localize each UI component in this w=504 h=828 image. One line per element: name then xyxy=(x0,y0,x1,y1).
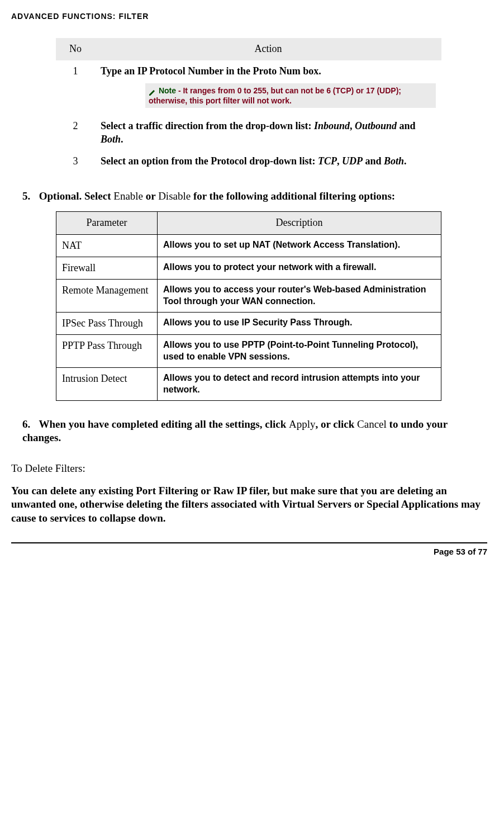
row3-em2: UDP xyxy=(342,155,363,167)
row3-tail: . xyxy=(404,155,407,167)
row3-sep2: and xyxy=(363,155,384,167)
step5-num: 5. xyxy=(22,190,36,204)
row2-em3: Both xyxy=(101,134,121,145)
page-number: Page 53 of 77 xyxy=(11,546,487,557)
param-pptp: PPTP Pass Through xyxy=(56,335,158,368)
table-row: IPSec Pass Through Allows you to use IP … xyxy=(56,312,441,334)
desc-remote: Allows you to access your router's Web-b… xyxy=(158,280,441,313)
step5-opt1: Enable xyxy=(113,190,143,202)
table-row: Remote Management Allows you to access y… xyxy=(56,280,441,313)
table-row: PPTP Pass Through Allows you to use PPTP… xyxy=(56,335,441,368)
table-header-row: No Action xyxy=(56,38,441,60)
row2-tail: . xyxy=(121,134,123,145)
row3-no: 3 xyxy=(56,150,95,172)
step-6: 6. When you have completed editing all t… xyxy=(22,418,487,445)
step5-pre: Optional. Select xyxy=(39,190,114,202)
param-remote: Remote Management xyxy=(56,280,158,313)
row1-action: Type an IP Protocol Number in the Proto … xyxy=(95,60,441,116)
page-header: ADVANCED FUNCTIONS: FILTER xyxy=(11,11,487,21)
note-body: - It ranges from 0 to 255, but can not b… xyxy=(149,86,401,105)
table-header-row: Parameter Description xyxy=(56,212,441,234)
desc-firewall: Allows you to protect your network with … xyxy=(158,257,441,279)
table-row: Firewall Allows you to protect your netw… xyxy=(56,257,441,279)
row2-no: 2 xyxy=(56,115,95,150)
desc-ipsec: Allows you to use IP Security Pass Throu… xyxy=(158,312,441,334)
col-header-no: No xyxy=(56,38,95,60)
row3-sep1: , xyxy=(337,155,342,167)
note-box: Note - It ranges from 0 to 255, but can … xyxy=(145,83,436,108)
footer-divider xyxy=(11,542,487,543)
row3-em1: TCP xyxy=(318,155,337,167)
table-row: NAT Allows you to set up NAT (Network Ac… xyxy=(56,234,441,257)
row2-sep1: , xyxy=(350,120,355,131)
row3-action: Select an option from the Protocol drop-… xyxy=(95,150,441,172)
table-row: 2 Select a traffic direction from the dr… xyxy=(56,115,441,150)
delete-filters-heading: To Delete Filters: xyxy=(11,462,487,476)
table-row: Intrusion Detect Allows you to detect an… xyxy=(56,367,441,400)
desc-pptp: Allows you to use PPTP (Point-to-Point T… xyxy=(158,335,441,368)
table-row: 1 Type an IP Protocol Number in the Prot… xyxy=(56,60,441,116)
step-5: 5. Optional. Select Enable or Disable fo… xyxy=(22,190,487,204)
step5-opt2: Disable xyxy=(158,190,191,202)
note-label: Note xyxy=(159,86,176,95)
row2-sep2: and xyxy=(397,120,416,131)
param-nat: NAT xyxy=(56,234,158,257)
step6-mid: , or click xyxy=(315,418,357,430)
col-header-description: Description xyxy=(158,212,441,234)
step6-pre: When you have completed editing all the … xyxy=(39,418,289,430)
table-row: 3 Select an option from the Protocol dro… xyxy=(56,150,441,172)
row2-action: Select a traffic direction from the drop… xyxy=(95,115,441,150)
row3-em3: Both xyxy=(384,155,404,167)
step5-post: for the following additional filtering o… xyxy=(191,190,395,202)
param-firewall: Firewall xyxy=(56,257,158,279)
step5-mid: or xyxy=(143,190,158,202)
row1-no: 1 xyxy=(56,60,95,116)
row2-em2: Outbound xyxy=(355,120,397,131)
desc-nat: Allows you to set up NAT (Network Access… xyxy=(158,234,441,257)
row2-pre: Select a traffic direction from the drop… xyxy=(101,120,314,131)
pencil-icon xyxy=(149,88,156,94)
col-header-action: Action xyxy=(95,38,441,60)
action-table: No Action 1 Type an IP Protocol Number i… xyxy=(56,38,441,172)
step6-num: 6. xyxy=(22,418,36,432)
desc-intrusion: Allows you to detect and record intrusio… xyxy=(158,367,441,400)
param-intrusion: Intrusion Detect xyxy=(56,367,158,400)
row2-em1: Inbound xyxy=(314,120,350,131)
row3-pre: Select an option from the Protocol drop-… xyxy=(101,155,318,167)
param-ipsec: IPSec Pass Through xyxy=(56,312,158,334)
step6-btn1: Apply xyxy=(289,418,316,430)
parameter-table: Parameter Description NAT Allows you to … xyxy=(56,211,441,400)
delete-warning-text: You can delete any existing Port Filteri… xyxy=(11,484,487,526)
row1-action-text: Type an IP Protocol Number in the Proto … xyxy=(101,65,321,77)
step6-btn2: Cancel xyxy=(357,418,387,430)
col-header-parameter: Parameter xyxy=(56,212,158,234)
